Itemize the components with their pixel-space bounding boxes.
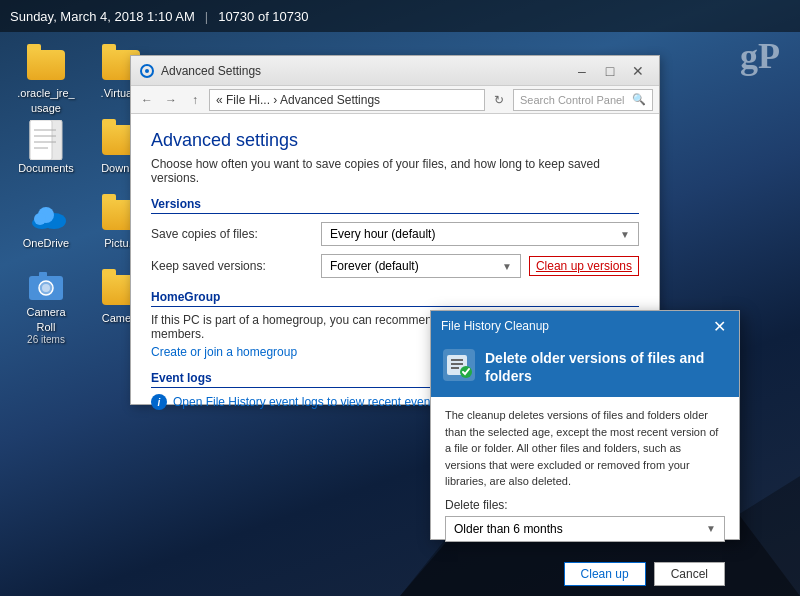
window-titlebar: Advanced Settings – □ ✕ [131, 56, 659, 86]
dialog-description: The cleanup deletes versions of files an… [445, 407, 725, 490]
dialog-header: Delete older versions of files and folde… [431, 341, 739, 397]
forward-button[interactable]: → [161, 90, 181, 110]
onedrive-label: OneDrive [23, 237, 69, 250]
advanced-description: Choose how often you want to save copies… [151, 157, 639, 185]
watermark: gP [740, 35, 780, 77]
search-box[interactable]: Search Control Panel 🔍 [513, 89, 653, 111]
delete-files-dropdown[interactable]: Older than 6 months ▼ [445, 516, 725, 542]
window-controls: – □ ✕ [569, 60, 651, 82]
keep-versions-arrow: ▼ [502, 261, 512, 272]
save-copies-arrow: ▼ [620, 229, 630, 240]
camera-roll-label: Camera [26, 306, 65, 319]
documents-label: Documents [18, 162, 74, 175]
cancel-button[interactable]: Cancel [654, 562, 725, 586]
delete-files-label: Delete files: [445, 498, 725, 512]
homegroup-link[interactable]: Create or join a homegroup [151, 345, 297, 359]
delete-files-arrow: ▼ [706, 523, 716, 534]
search-placeholder: Search Control Panel [520, 94, 625, 106]
desktop-icon-onedrive[interactable]: OneDrive [10, 195, 82, 270]
up-button[interactable]: ↑ [185, 90, 205, 110]
keep-versions-value: Forever (default) [330, 259, 419, 273]
onedrive-icon [26, 195, 66, 235]
back-button[interactable]: ← [137, 90, 157, 110]
maximize-button[interactable]: □ [597, 60, 623, 82]
save-copies-label: Save copies of files: [151, 227, 321, 241]
taskbar-divider: | [205, 9, 208, 24]
cleanup-versions-link[interactable]: Clean up versions [529, 256, 639, 276]
close-button[interactable]: ✕ [625, 60, 651, 82]
taskbar-count: 10730 of 10730 [218, 9, 308, 24]
keep-versions-label: Keep saved versions: [151, 259, 321, 273]
desktop: Sunday, March 4, 2018 1:10 AM | 10730 of… [0, 0, 800, 596]
svg-point-9 [34, 213, 46, 225]
desktop-icon-oracle[interactable]: .oracle_jre_ usage [10, 45, 82, 120]
dialog-title: File History Cleanup [441, 319, 709, 333]
event-logs-link[interactable]: Open File History event logs to view rec… [173, 395, 474, 409]
search-icon: 🔍 [632, 93, 646, 106]
save-copies-dropdown[interactable]: Every hour (default) ▼ [321, 222, 639, 246]
dialog-body: The cleanup deletes versions of files an… [431, 397, 739, 562]
desktop-icon-documents[interactable]: Documents [10, 120, 82, 195]
dialog-header-title: Delete older versions of files and folde… [485, 349, 727, 385]
camera-roll-icon [26, 270, 66, 304]
window-title: Advanced Settings [161, 64, 569, 78]
documents-icon [26, 120, 66, 160]
breadcrumb[interactable]: « File Hi... › Advanced Settings [209, 89, 485, 111]
svg-point-12 [42, 284, 50, 292]
file-history-cleanup-dialog: File History Cleanup ✕ Delete older vers… [430, 310, 740, 540]
save-copies-value: Every hour (default) [330, 227, 435, 241]
taskbar-datetime: Sunday, March 4, 2018 1:10 AM [10, 9, 195, 24]
dialog-header-icon [443, 349, 475, 381]
advanced-title: Advanced settings [151, 130, 639, 151]
svg-rect-18 [451, 363, 463, 365]
camera-roll-count: 26 items [27, 334, 65, 345]
oracle-label: .oracle_jre_ [17, 87, 74, 100]
save-copies-row: Save copies of files: Every hour (defaul… [151, 222, 639, 246]
delete-files-value: Older than 6 months [454, 522, 563, 536]
dialog-titlebar: File History Cleanup ✕ [431, 311, 739, 341]
homegroup-header: HomeGroup [151, 290, 639, 307]
taskbar: Sunday, March 4, 2018 1:10 AM | 10730 of… [0, 0, 800, 32]
versions-section-header: Versions [151, 197, 639, 214]
keep-versions-row: Keep saved versions: Forever (default) ▼… [151, 254, 639, 278]
keep-versions-dropdown[interactable]: Forever (default) ▼ [321, 254, 521, 278]
oracle-label2: usage [31, 102, 61, 115]
settings-titlebar-icon [139, 63, 155, 79]
dialog-close-button[interactable]: ✕ [709, 316, 729, 336]
info-icon: i [151, 394, 167, 410]
svg-rect-17 [451, 359, 463, 361]
cleanup-button[interactable]: Clean up [564, 562, 646, 586]
svg-point-15 [145, 69, 149, 73]
svg-rect-13 [39, 272, 47, 277]
svg-rect-1 [30, 120, 52, 160]
minimize-button[interactable]: – [569, 60, 595, 82]
refresh-button[interactable]: ↻ [489, 90, 509, 110]
dialog-buttons: Clean up Cancel [431, 562, 739, 596]
desktop-icon-camera-roll[interactable]: Camera Roll 26 items [10, 270, 82, 345]
camera-roll-label2: Roll [37, 321, 56, 334]
oracle-folder-icon [26, 45, 66, 85]
address-bar: ← → ↑ « File Hi... › Advanced Settings ↻… [131, 86, 659, 114]
svg-rect-19 [451, 367, 459, 369]
